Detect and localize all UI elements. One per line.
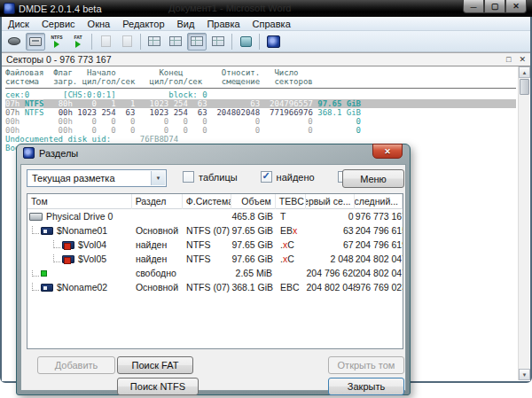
menu-disk[interactable]: Диск: [2, 19, 35, 29]
dialog-body: Текущая разметка таблицынайденоподробно …: [20, 164, 406, 391]
close-button[interactable]: [505, 0, 527, 13]
tree-connector: [53, 239, 60, 248]
last-sector: 204 796 615: [356, 225, 403, 236]
column-filesystem[interactable]: Ф.Система: [183, 194, 231, 209]
volume-size: 368.1 GiB: [231, 282, 276, 293]
checkbox-найдено[interactable]: найдено: [261, 171, 315, 183]
first-sector: 67: [306, 239, 355, 250]
sector-line[interactable]: 07h NTFS 80h 0 1 1 1023 254 63 63 204796…: [5, 99, 516, 108]
checkbox-unchecked-icon[interactable]: [183, 171, 194, 183]
document-edit-icon: [122, 35, 132, 47]
background-window-title: Документ1 - Microsoft Word: [168, 3, 291, 13]
disk-array-button[interactable]: [236, 33, 255, 51]
last-sector: 976 773 167: [356, 211, 403, 222]
tree-connector: [32, 225, 39, 234]
partition-row[interactable]: $Vol05найденNTFS97.66 GiB.xC2 048204 802…: [27, 252, 403, 266]
dmde-app-icon: [4, 3, 15, 14]
partitions-table: Том Раздел Ф.Система Объем TEBC Первый с…: [27, 193, 403, 349]
menu-view[interactable]: Вид: [171, 19, 201, 29]
vertical-scrollbar[interactable]: [518, 66, 529, 380]
scroll-thumb[interactable]: [520, 79, 529, 95]
menu-edit[interactable]: Правка: [200, 19, 246, 29]
dialog-title-bar[interactable]: Разделы: [23, 147, 78, 159]
sector-line: Файловая Флаг Начало Конец Относит. Числ…: [5, 68, 516, 77]
view-table-button[interactable]: [187, 33, 207, 51]
sectors-pane-title: Секторы 0 - 976 773 167: [6, 54, 112, 65]
menu-service[interactable]: Сервис: [35, 19, 82, 29]
view-preview-button[interactable]: [208, 33, 228, 51]
sector-line[interactable]: 07h NTFS 00h 1023 254 63 1023 254 63 204…: [5, 108, 516, 117]
edit-button[interactable]: [117, 33, 137, 51]
chevron-down-icon[interactable]: [151, 171, 165, 185]
free-green-icon: [41, 270, 47, 277]
view-text-button[interactable]: [166, 33, 185, 51]
minimize-button[interactable]: [463, 0, 484, 13]
column-volume[interactable]: Том: [27, 194, 132, 209]
sector-line[interactable]: 00h 00h 0 0 0 0 0 0 0 0 0: [5, 117, 516, 126]
column-tebc[interactable]: TEBC: [276, 194, 306, 209]
layout-select[interactable]: Текущая разметка: [27, 169, 167, 187]
scroll-down-icon[interactable]: [519, 369, 530, 380]
view-hex-button[interactable]: [145, 33, 164, 51]
pane-close-icon[interactable]: [519, 55, 526, 64]
toolbar-separator: [231, 34, 232, 50]
about-dmde-button[interactable]: [263, 33, 283, 51]
partition-type: найден: [132, 254, 183, 264]
partition-row[interactable]: $Noname02ОсновнойNTFS (07)368.1 GiBEBC20…: [27, 280, 403, 294]
disk-icon: [8, 37, 20, 45]
sector-line[interactable]: сек:0 [CHS:0:0:1] block: 0: [5, 90, 516, 99]
partition-row[interactable]: $Noname01ОсновнойNTFS (07)97.65 GiBEBx63…: [27, 223, 403, 238]
play-icon: [54, 41, 59, 48]
partition-row[interactable]: свободно2.65 MiB204 796 620204 802 047: [27, 266, 403, 280]
filesystem: NTFS (07): [183, 282, 231, 293]
part-red-icon: [62, 255, 74, 263]
sector-line[interactable]: Undocumented disk uid: 76FB8D74: [5, 135, 516, 144]
volume-size: 97.65 GiB: [231, 239, 276, 250]
document-icon: [101, 35, 111, 47]
open-drive-button[interactable]: [26, 33, 45, 51]
partition-rows: Physical Drive 0465.8 GiBT0976 773 167$N…: [27, 209, 403, 294]
hex-view-icon: [148, 36, 160, 46]
close-dialog-button[interactable]: Закрыть: [328, 378, 404, 395]
checkbox-таблицы[interactable]: таблицы: [183, 171, 238, 183]
sector-line[interactable]: 00h 00h 0 0 0 0 0 0 0 0 0: [5, 126, 516, 135]
open-disk-button[interactable]: [4, 33, 24, 51]
disk-stack-icon: [240, 36, 252, 47]
drive-icon: [29, 37, 42, 46]
column-first-sector[interactable]: Первый се...: [306, 194, 355, 209]
maximize-button[interactable]: [484, 0, 505, 13]
add-button[interactable]: Добавить: [37, 356, 115, 374]
sector-line: система загр. цил/гол/сек цил/гол/сек см…: [5, 77, 516, 86]
tebc-flags: .xC: [276, 239, 306, 250]
column-last-sector[interactable]: Последний...: [355, 194, 403, 209]
checkbox-checked-icon[interactable]: [261, 171, 272, 183]
layout-select-value: Текущая разметка: [32, 173, 115, 183]
search-ntfs-button[interactable]: NTFS: [47, 33, 66, 51]
menu-windows[interactable]: Окна: [82, 19, 117, 29]
dialog-title: Разделы: [39, 148, 78, 159]
column-partition[interactable]: Раздел: [132, 194, 183, 209]
tree-connector: [53, 254, 60, 262]
volume-size: 97.65 GiB: [231, 225, 276, 236]
part-blue-icon: [41, 227, 53, 235]
partitions-table-header[interactable]: Том Раздел Ф.Система Объем TEBC Первый с…: [27, 194, 403, 209]
pane-maximize-icon[interactable]: [506, 55, 511, 64]
search-fat-button[interactable]: FAT: [68, 33, 88, 51]
menu-editor[interactable]: Редактор: [116, 19, 170, 29]
open-volume-button[interactable]: Открыть том: [328, 356, 404, 374]
volume-name: $Vol04: [78, 239, 106, 250]
menu-button[interactable]: Меню: [342, 169, 404, 188]
column-size[interactable]: Объем: [231, 194, 276, 209]
partition-row[interactable]: Physical Drive 0465.8 GiBT0976 773 167: [27, 209, 403, 223]
menu-help[interactable]: Справка: [246, 19, 297, 29]
search-ntfs-dialog-button[interactable]: Поиск NTFS: [117, 378, 199, 395]
save-button[interactable]: [96, 33, 115, 51]
partition-row[interactable]: $Vol04найденNTFS97.65 GiB.xC67204 796 61…: [27, 238, 403, 252]
title-bar[interactable]: DMDE 2.0.1.4 beta Документ1 - Microsoft …: [0, 0, 532, 17]
checkbox-label: таблицы: [199, 172, 238, 183]
search-fat-dialog-button[interactable]: Поиск FAT: [117, 356, 193, 374]
toolbar-separator: [91, 34, 92, 50]
scroll-up-icon[interactable]: [519, 66, 530, 78]
fat-search-icon: FAT: [74, 35, 82, 48]
dialog-close-button[interactable]: [372, 144, 403, 159]
